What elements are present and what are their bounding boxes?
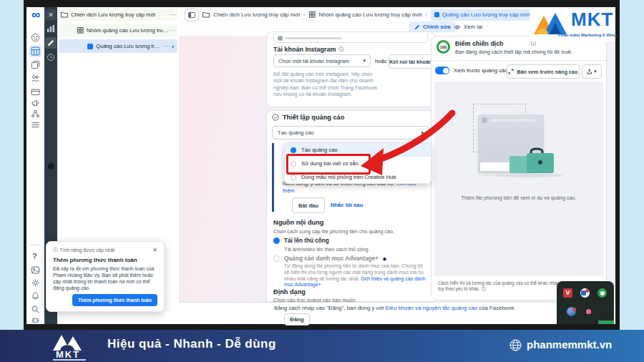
tray-green-tab [598, 321, 614, 324]
tray-icon-browser[interactable] [567, 307, 576, 316]
catalog-option[interactable]: Quảng cáo danh mục Advantage+ ◆ [273, 255, 386, 262]
share-network-icon[interactable] [31, 109, 40, 118]
agreement-prefix: Bằng cách nhấp vào "Đăng", bạn đồng ý vớ… [274, 305, 385, 311]
tray-icon-cat[interactable] [584, 307, 593, 316]
tree-item-label: Chiến dịch Lưu lượng truy cập mới [71, 11, 170, 18]
tray-icon-chat[interactable] [597, 288, 607, 298]
performance-chart-icon[interactable] [47, 24, 55, 33]
tree-item-ad-selected[interactable]: Quảng cáo Lưu lượng truy cậ... ⋯ ◐ [59, 39, 177, 53]
tray-icon-mail[interactable] [580, 288, 590, 298]
tree-item-campaign[interactable]: Chiến dịch Lưu lượng truy cập mới ⋯ [59, 9, 177, 21]
rail-scroll-dot[interactable] [48, 163, 54, 170]
instagram-select-value: Chọn một tài khoản Instagram [278, 58, 349, 64]
help-icon[interactable]: ? [32, 252, 37, 260]
add-payment-button[interactable]: Thêm phương thức thanh toán [72, 294, 157, 306]
add-payment-label: Thêm phương thức thanh toán [78, 298, 152, 303]
breadcrumb-ad-label: Quảng cáo Lưu lượng truy cập mới [442, 11, 530, 18]
toolbox-latch [538, 160, 542, 165]
info-icon[interactable]: ⓘ [339, 46, 344, 53]
radio-selected-icon [273, 238, 280, 244]
more-icon[interactable]: ⋯ [170, 27, 175, 34]
start-button[interactable]: Bắt đầu [292, 197, 325, 213]
instagram-select[interactable]: Chọn một tài khoản Instagram ▾ [273, 54, 371, 67]
catalog-label: Quảng cáo danh mục Advantage+ [284, 255, 379, 262]
close-icon[interactable]: ✕ [152, 247, 157, 253]
mkt-logo-text: MKT [571, 9, 613, 31]
breadcrumb: Chiến dịch Lưu lượng truy cập mới › Nhóm… [185, 9, 533, 21]
meta-logo-icon[interactable]: ∞ [29, 8, 43, 21]
chevron-right-icon: › [425, 12, 426, 17]
smiley-icon[interactable] [31, 33, 40, 42]
globe-icon [509, 339, 522, 351]
bell-icon[interactable] [31, 291, 40, 300]
history-clock-icon[interactable] [47, 53, 55, 62]
window-dot [482, 117, 487, 123]
photo-icon[interactable] [31, 265, 40, 275]
pages-icon[interactable] [31, 60, 40, 69]
breadcrumb-campaign[interactable]: Chiến dịch Lưu lượng truy cập mới [213, 11, 300, 18]
agreement-suffix: của Facebook. [477, 305, 515, 311]
footer-agreement: Bằng cách nhấp vào "Đăng", bạn đồng ý vớ… [274, 305, 516, 311]
check-circle-icon [272, 114, 279, 121]
preview-toggle[interactable] [435, 67, 449, 74]
publish-button[interactable]: Đăng [284, 313, 310, 326]
share-dropdown-button[interactable]: ▾ [582, 64, 602, 79]
megaphone-icon[interactable] [31, 99, 40, 108]
edit-button[interactable]: Chỉnh sửa [409, 21, 456, 32]
search-icon[interactable] [31, 305, 40, 314]
remind-later-link[interactable]: Nhắc tôi sau [331, 202, 363, 208]
bug-icon[interactable] [31, 317, 40, 324]
review-button[interactable]: Xem lại [451, 21, 485, 32]
catalog-desc: Tự động dùng file phương tiện từ danh mụ… [284, 263, 429, 288]
campaigns-grid-icon[interactable] [31, 47, 40, 56]
gear-icon[interactable] [31, 278, 40, 288]
radio-icon [291, 175, 296, 180]
edit-pencil-icon[interactable] [47, 39, 54, 47]
ad-setup-select-value: Tạo quảng cáo [278, 129, 314, 136]
breadcrumb-ad-selected[interactable]: Quảng cáo Lưu lượng truy cập mới [431, 9, 534, 21]
advanced-preview-button[interactable]: Bản xem trước nâng cao [507, 64, 580, 79]
chevron-down-icon: ▾ [421, 130, 424, 136]
mkt-logo-tagline: Phần mềm Marketing 0 đồng [558, 33, 617, 37]
tray-icon-v[interactable]: V [563, 288, 572, 298]
contrast-toggle-icon[interactable]: ◐ [172, 43, 175, 50]
tree-item-adset[interactable]: Nhóm quảng cáo Lưu lượng truy cập ... ⋯ [59, 24, 177, 36]
page-select-text [285, 37, 342, 39]
annotation-red-box [286, 154, 371, 175]
billing-card-icon[interactable] [31, 87, 40, 97]
ad-setup-title: Thiết lập quảng cáo [283, 114, 344, 121]
close-rail-button[interactable]: ✕ [45, 9, 57, 20]
advantage-sparkle-icon: ◆ [383, 256, 386, 262]
chevron-right-icon: › [303, 12, 305, 17]
menu-icon[interactable] [31, 120, 40, 129]
collapse-panel-button[interactable] [185, 9, 199, 21]
more-icon[interactable]: ⋯ [170, 11, 175, 18]
people-icon[interactable] [31, 74, 40, 83]
campaign-score-gauge: 100 [436, 40, 450, 54]
radio-selected-icon [291, 147, 296, 153]
notification-popup: ⓘTính năng được cập nhật ✕ Thêm phương t… [46, 241, 165, 312]
content-source-desc: Chọn cách cung cấp file phương tiện cho … [273, 228, 394, 235]
page-select-cut[interactable] [273, 34, 428, 43]
chevron-down-icon: ▾ [363, 58, 366, 64]
adset-grid-icon [77, 27, 84, 34]
info-icon: ⓘ [53, 247, 58, 253]
info-icon[interactable]: ⓘ [482, 287, 486, 291]
mkt-footer-underline [53, 359, 86, 361]
window-bar [491, 119, 535, 122]
breadcrumb-adset[interactable]: Nhóm quảng cáo Lưu lượng truy cập mới [319, 11, 422, 18]
brand-website[interactable]: phanmemmkt.vn [527, 338, 612, 351]
notification-title: Thêm phương thức thanh toán [53, 257, 157, 263]
ad-setup-select[interactable]: Tạo quảng cáo ▾ [272, 126, 429, 140]
review-label: Xem lại [464, 24, 482, 30]
adset-grid-icon [309, 11, 316, 18]
notification-header: Tính năng được cập nhật [60, 248, 115, 253]
manual-upload-option[interactable]: Tải lên thủ công [273, 238, 329, 244]
manual-upload-label: Tải lên thủ công [284, 238, 329, 244]
option-label: Tạo quảng cáo [301, 147, 338, 153]
more-icon[interactable]: ⋯ [163, 43, 169, 49]
brand-slogan: Hiệu quả - Nhanh - Dễ dùng [107, 337, 276, 351]
terms-link[interactable]: Điều khoản và nguyên tắc quảng cáo [385, 305, 477, 311]
connect-account-button[interactable]: Kết nối tài khoản [389, 54, 433, 69]
notification-body: Đã xảy ra lỗi với phương thức thanh toán… [53, 265, 157, 291]
